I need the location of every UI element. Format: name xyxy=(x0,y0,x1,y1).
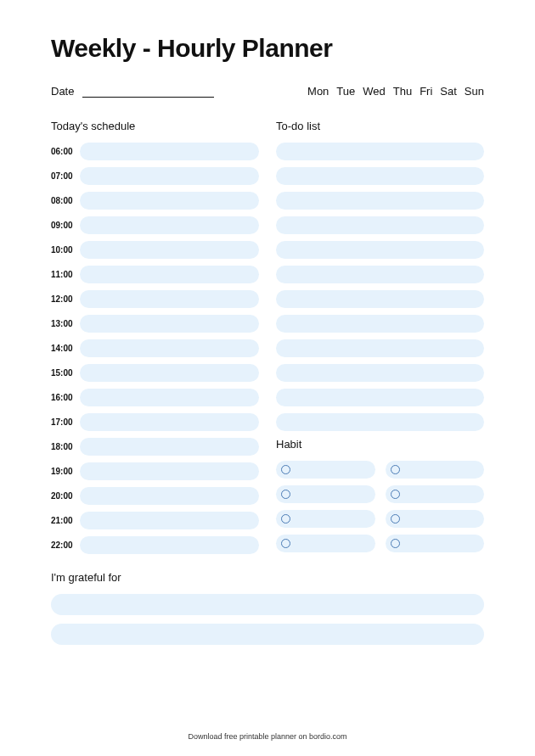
footer-text: Download free printable planner on bordi… xyxy=(0,732,535,741)
habit-label: Habit xyxy=(276,438,484,451)
habit-item[interactable] xyxy=(386,485,485,503)
schedule-row: 11:00 xyxy=(51,266,259,283)
day-label[interactable]: Tue xyxy=(336,85,355,98)
hour-label: 11:00 xyxy=(51,270,80,279)
schedule-row: 22:00 xyxy=(51,536,259,554)
days-list: MonTueWedThuFriSatSun xyxy=(307,85,484,98)
schedule-slot[interactable] xyxy=(80,413,259,431)
schedule-slot[interactable] xyxy=(80,143,259,160)
todo-item[interactable] xyxy=(276,389,484,406)
todo-item[interactable] xyxy=(276,364,484,382)
schedule-row: 08:00 xyxy=(51,192,259,210)
hour-label: 21:00 xyxy=(51,516,80,525)
schedule-row: 20:00 xyxy=(51,487,259,505)
hour-label: 22:00 xyxy=(51,540,80,550)
schedule-row: 07:00 xyxy=(51,167,259,185)
hour-label: 18:00 xyxy=(51,442,80,451)
hour-label: 08:00 xyxy=(51,196,80,205)
todo-label: To-do list xyxy=(276,120,484,132)
habit-item[interactable] xyxy=(386,535,485,552)
todo-item[interactable] xyxy=(276,143,484,160)
circle-icon[interactable] xyxy=(281,539,290,548)
habit-row xyxy=(276,510,484,528)
todo-item[interactable] xyxy=(276,241,484,259)
todo-item[interactable] xyxy=(276,315,484,333)
circle-icon[interactable] xyxy=(391,539,400,548)
hour-label: 10:00 xyxy=(51,245,80,255)
todo-item[interactable] xyxy=(276,413,484,431)
schedule-row: 21:00 xyxy=(51,512,259,529)
schedule-row: 16:00 xyxy=(51,389,259,406)
schedule-slot[interactable] xyxy=(80,339,259,357)
schedule-slot[interactable] xyxy=(80,438,259,456)
todo-item[interactable] xyxy=(276,167,484,185)
day-label[interactable]: Thu xyxy=(393,85,412,98)
day-label[interactable]: Mon xyxy=(307,85,329,98)
habit-item[interactable] xyxy=(276,510,375,528)
habit-item[interactable] xyxy=(276,461,375,479)
page-title: Weekly - Hourly Planner xyxy=(51,34,484,63)
circle-icon[interactable] xyxy=(391,514,400,524)
todo-item[interactable] xyxy=(276,192,484,210)
schedule-slot[interactable] xyxy=(80,462,259,480)
day-label[interactable]: Sat xyxy=(440,85,457,98)
schedule-slot[interactable] xyxy=(80,512,259,529)
circle-icon[interactable] xyxy=(281,490,290,499)
schedule-row: 15:00 xyxy=(51,364,259,382)
schedule-row: 18:00 xyxy=(51,438,259,456)
schedule-row: 06:00 xyxy=(51,143,259,160)
schedule-row: 12:00 xyxy=(51,290,259,308)
hour-label: 16:00 xyxy=(51,393,80,402)
circle-icon[interactable] xyxy=(281,514,290,524)
hour-label: 06:00 xyxy=(51,147,80,156)
habit-row xyxy=(276,461,484,479)
habit-item[interactable] xyxy=(276,535,375,552)
schedule-slot[interactable] xyxy=(80,216,259,234)
hour-label: 19:00 xyxy=(51,467,80,476)
schedule-row: 14:00 xyxy=(51,339,259,357)
schedule-row: 10:00 xyxy=(51,241,259,259)
schedule-row: 19:00 xyxy=(51,462,259,480)
hour-label: 07:00 xyxy=(51,171,80,181)
schedule-slot[interactable] xyxy=(80,364,259,382)
grateful-label: I'm grateful for xyxy=(51,571,484,584)
schedule-slot[interactable] xyxy=(80,167,259,185)
todo-item[interactable] xyxy=(276,339,484,357)
todo-item[interactable] xyxy=(276,266,484,283)
schedule-slot[interactable] xyxy=(80,241,259,259)
schedule-slot[interactable] xyxy=(80,315,259,333)
schedule-row: 09:00 xyxy=(51,216,259,234)
circle-icon[interactable] xyxy=(391,490,400,499)
day-label[interactable]: Wed xyxy=(363,85,386,98)
habit-item[interactable] xyxy=(276,485,375,503)
hour-label: 12:00 xyxy=(51,294,80,304)
hour-label: 20:00 xyxy=(51,491,80,501)
date-label: Date xyxy=(51,85,74,98)
schedule-slot[interactable] xyxy=(80,487,259,505)
schedule-slot[interactable] xyxy=(80,290,259,308)
todo-item[interactable] xyxy=(276,290,484,308)
grateful-line[interactable] xyxy=(51,594,484,615)
habit-row xyxy=(276,485,484,503)
todo-item[interactable] xyxy=(276,216,484,234)
schedule-row: 17:00 xyxy=(51,413,259,431)
date-input-line[interactable] xyxy=(82,86,214,98)
day-label[interactable]: Fri xyxy=(420,85,432,98)
habit-row xyxy=(276,535,484,552)
circle-icon[interactable] xyxy=(391,465,400,474)
schedule-slot[interactable] xyxy=(80,192,259,210)
circle-icon[interactable] xyxy=(281,465,290,474)
habit-item[interactable] xyxy=(386,461,485,479)
hour-label: 09:00 xyxy=(51,221,80,230)
day-label[interactable]: Sun xyxy=(465,85,484,98)
hour-label: 14:00 xyxy=(51,344,80,353)
hour-label: 17:00 xyxy=(51,417,80,427)
schedule-label: Today's schedule xyxy=(51,120,259,132)
schedule-slot[interactable] xyxy=(80,266,259,283)
schedule-slot[interactable] xyxy=(80,389,259,406)
schedule-row: 13:00 xyxy=(51,315,259,333)
schedule-slot[interactable] xyxy=(80,536,259,554)
grateful-line[interactable] xyxy=(51,624,484,645)
habit-item[interactable] xyxy=(386,510,485,528)
hour-label: 13:00 xyxy=(51,319,80,328)
